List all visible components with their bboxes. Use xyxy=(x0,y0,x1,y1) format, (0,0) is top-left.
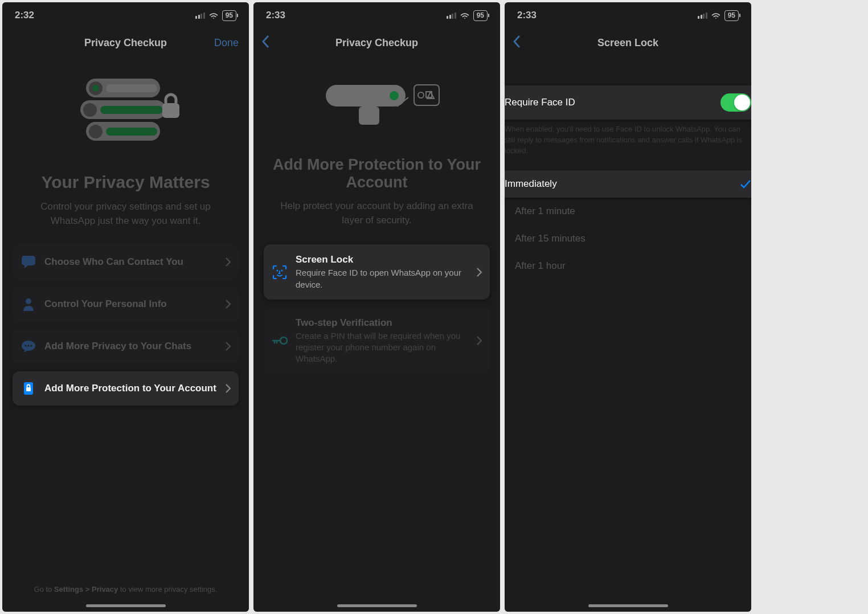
page-subtitle: Help protect your account by adding an e… xyxy=(269,199,484,227)
svg-point-10 xyxy=(390,91,399,100)
message-icon xyxy=(21,338,36,354)
nav-title: Privacy Checkup xyxy=(335,37,418,49)
svg-point-4 xyxy=(25,345,27,347)
lock-icon xyxy=(159,92,183,120)
face-id-toggle[interactable] xyxy=(720,93,751,112)
battery-icon: 95 xyxy=(473,10,488,21)
key-icon xyxy=(272,333,288,349)
row-personal-info[interactable]: Control Your Personal Info xyxy=(13,287,239,321)
option-label: After 1 hour xyxy=(515,260,566,272)
row-title: Control Your Personal Info xyxy=(44,298,218,310)
signal-icon xyxy=(447,13,456,19)
page-title: Add More Protection to Your Account xyxy=(264,156,490,191)
wifi-icon xyxy=(460,11,470,19)
back-button[interactable] xyxy=(261,35,269,51)
status-bar: 2:33 95 xyxy=(253,2,500,28)
option-immediately[interactable]: Immediately xyxy=(505,170,751,198)
home-indicator[interactable] xyxy=(588,604,668,607)
svg-point-13 xyxy=(418,92,424,98)
person-icon xyxy=(21,296,36,312)
chat-bubble-icon xyxy=(21,254,36,270)
shield-lock-icon xyxy=(21,380,36,396)
screen-account-protection: 2:33 95 Privacy Checkup Add More Protect xyxy=(253,2,500,612)
footer-hint: Go to Settings > Privacy to view more pr… xyxy=(2,585,249,612)
home-indicator[interactable] xyxy=(86,604,166,607)
svg-rect-1 xyxy=(22,256,35,265)
protection-illustration xyxy=(264,66,490,146)
chevron-right-icon xyxy=(226,300,231,309)
svg-rect-0 xyxy=(162,103,179,118)
nav-title: Screen Lock xyxy=(597,37,658,49)
svg-point-15 xyxy=(277,269,279,271)
screen-screen-lock: 2:33 95 Screen Lock Require Face ID When… xyxy=(505,2,751,612)
toggle-label: Require Face ID xyxy=(505,97,575,108)
privacy-illustration xyxy=(13,57,239,162)
screen-privacy-checkup-main: 2:32 95 Privacy Checkup Done Your Privac… xyxy=(2,2,249,612)
svg-rect-11 xyxy=(359,107,379,125)
svg-point-5 xyxy=(28,345,30,347)
option-after-15-min[interactable]: After 15 minutes xyxy=(505,225,751,252)
nav-bar: Privacy Checkup Done xyxy=(2,28,249,57)
status-bar: 2:32 95 xyxy=(2,2,249,28)
row-title: Add More Protection to Your Account xyxy=(44,382,218,395)
check-icon xyxy=(740,179,751,189)
svg-point-17 xyxy=(280,337,287,344)
page-title: Your Privacy Matters xyxy=(13,173,239,192)
status-time: 2:33 xyxy=(266,10,285,21)
chevron-right-icon xyxy=(226,257,231,267)
row-require-face-id[interactable]: Require Face ID xyxy=(505,85,751,120)
row-title: Screen Lock xyxy=(296,253,469,266)
face-id-icon xyxy=(272,264,288,280)
row-two-step[interactable]: Two-step Verification Create a PIN that … xyxy=(264,308,490,374)
wifi-icon xyxy=(208,11,219,19)
row-title: Two-step Verification xyxy=(296,317,469,329)
nav-bar: Screen Lock xyxy=(505,28,751,57)
option-after-1-hour[interactable]: After 1 hour xyxy=(505,252,751,280)
signal-icon xyxy=(195,13,205,19)
battery-icon: 95 xyxy=(724,10,739,21)
chevron-right-icon xyxy=(226,384,231,393)
option-label: Immediately xyxy=(505,178,557,190)
nav-bar: Privacy Checkup xyxy=(253,28,500,57)
done-button[interactable]: Done xyxy=(214,37,239,49)
svg-point-2 xyxy=(26,298,31,304)
option-label: After 15 minutes xyxy=(515,233,586,244)
chevron-right-icon xyxy=(226,342,231,351)
svg-point-6 xyxy=(31,345,32,347)
signal-icon xyxy=(698,13,707,19)
battery-icon: 95 xyxy=(222,10,236,21)
toggle-hint: When enabled, you'll need to use Face ID… xyxy=(505,120,751,168)
svg-point-16 xyxy=(281,269,283,271)
svg-rect-8 xyxy=(26,387,31,391)
option-after-1-min[interactable]: After 1 minute xyxy=(505,198,751,225)
row-title: Add More Privacy to Your Chats xyxy=(44,340,218,353)
row-desc: Create a PIN that will be required when … xyxy=(296,330,469,365)
row-account-protection[interactable]: Add More Protection to Your Account xyxy=(13,371,239,406)
status-time: 2:33 xyxy=(517,10,537,21)
home-indicator[interactable] xyxy=(337,604,417,607)
status-bar: 2:33 95 xyxy=(505,2,751,28)
option-label: After 1 minute xyxy=(515,206,575,217)
row-screen-lock[interactable]: Screen Lock Require Face ID to open What… xyxy=(264,244,490,300)
status-time: 2:32 xyxy=(15,10,34,21)
nav-title: Privacy Checkup xyxy=(84,37,167,49)
row-chat-privacy[interactable]: Add More Privacy to Your Chats xyxy=(13,329,239,363)
chevron-right-icon xyxy=(477,336,482,345)
row-desc: Require Face ID to open WhatsApp on your… xyxy=(296,267,469,290)
back-button[interactable] xyxy=(513,35,521,51)
row-contact-you[interactable]: Choose Who Can Contact You xyxy=(13,245,239,279)
row-title: Choose Who Can Contact You xyxy=(44,256,218,268)
page-subtitle: Control your privacy settings and set up… xyxy=(18,200,233,228)
wifi-icon xyxy=(711,11,721,19)
chevron-right-icon xyxy=(477,268,482,277)
